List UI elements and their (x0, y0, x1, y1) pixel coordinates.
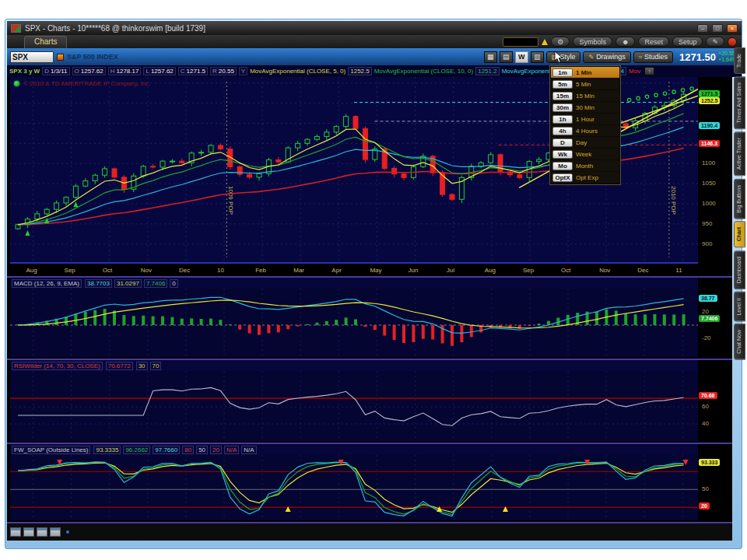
side-tab-trade[interactable]: Trade (734, 47, 745, 74)
timeframe-option-wk[interactable]: WkWeek (551, 149, 619, 159)
timeframe-button[interactable]: W (515, 51, 528, 63)
price-badge: 1190.4 (699, 122, 720, 129)
price-badge: 93.333 (699, 459, 720, 466)
timeframe-option-optx[interactable]: OptXOpt Exp (551, 172, 619, 183)
side-tab-level-ii[interactable]: Level II (734, 292, 745, 322)
macd-chart[interactable] (10, 289, 698, 357)
timeframe-option-label: Week (576, 151, 591, 158)
ohlc-field: R20.55 (210, 67, 237, 75)
edit-button[interactable]: ✎ (706, 37, 724, 47)
style-button[interactable]: ▧Style (546, 51, 581, 63)
side-tab-dashboard[interactable]: Dashboard (734, 250, 745, 289)
ohlc-field: H1278.17 (108, 67, 142, 75)
timeframe-option-1h[interactable]: 1h1 Hour (551, 114, 619, 124)
side-tab-chart[interactable]: Chart (734, 221, 745, 247)
layout-grid-icon[interactable] (10, 527, 21, 537)
ohlc-field: Y (239, 67, 247, 75)
drawings-button[interactable]: ✎Drawings (583, 51, 630, 63)
collapse-studies-button[interactable]: ↑ (644, 67, 654, 75)
time-axis[interactable]: AugSepOctNovDec10FebMarAprMayJunJulAugSe… (10, 262, 698, 276)
timeframe-option-mo[interactable]: MoMonth (551, 160, 619, 171)
symbol-input[interactable] (10, 51, 54, 63)
studies-icon: ≈ (639, 54, 642, 61)
timeframe-key: 4h (552, 127, 573, 135)
timeframe-option-4h[interactable]: 4h4 Hours (551, 125, 619, 136)
last-price: 1271.50 (679, 51, 716, 63)
menu-bar: Charts ⚙ Symbols ☻ Reset Setup ✎ (7, 35, 742, 48)
setup-button[interactable]: Setup (672, 37, 703, 47)
timeframe-key: 1m (552, 68, 573, 77)
layout-window-icon[interactable] (50, 527, 61, 537)
timeframe-option-5m[interactable]: 5m5 Min (551, 79, 619, 89)
timeframe-option-label: Day (576, 139, 587, 146)
quick-search-input[interactable] (503, 37, 538, 47)
rsi-chart[interactable] (10, 371, 698, 441)
month-label: May (370, 267, 381, 274)
layout-window-icon[interactable] (37, 527, 47, 537)
reset-button[interactable]: Reset (638, 37, 669, 47)
price-axis[interactable]: 1100105010009509001271.51252.51190.41146… (698, 77, 732, 262)
month-label: Sep (523, 267, 534, 274)
side-tab-times-and-sales[interactable]: Times And Sales (734, 76, 745, 129)
symbols-button[interactable]: Symbols (573, 37, 612, 47)
soap-title: FW_SOAP (Outside Lines) (12, 446, 90, 454)
side-tab-big-buttons[interactable]: Big Buttons (734, 179, 745, 219)
copyright-row: © 2010 & TD AMERITRADE IP Company, Inc. (13, 80, 150, 87)
pencil-icon: ✎ (588, 54, 594, 61)
side-tab-active-trader[interactable]: Active Trader (734, 131, 745, 176)
status-icon[interactable] (728, 37, 737, 47)
close-button[interactable]: × (727, 24, 738, 33)
symbol-toolbar: S&P 500 INDEX ▦ ▤ W ▥ ▧Style ✎Drawings ≈… (7, 48, 742, 65)
rsi-header: RSIWilder (14, 70, 30, CLOSE) 70.6772 30… (10, 360, 698, 371)
side-tab-chat-now[interactable]: Chat Now (734, 324, 745, 360)
field-value: 1/3/11 (51, 68, 68, 75)
timeframe-key: Wk (552, 150, 573, 159)
timeframe-option-1m[interactable]: 1m1 Min (551, 67, 619, 78)
price-badge: 7.7406 (699, 315, 720, 322)
maximize-button[interactable]: □ (712, 24, 723, 33)
pencil-icon: ✎ (712, 38, 718, 46)
month-label: Oct (561, 267, 570, 274)
month-label: Aug (26, 267, 37, 274)
tab-charts[interactable]: Charts (24, 36, 67, 48)
rsi-axis[interactable]: 604070.68 (698, 360, 732, 443)
axis-tick-label: 1100 (702, 159, 715, 166)
studies-button[interactable]: ≈Studies (633, 51, 673, 63)
chart-data-bar: SPX 3 y W D1/3/11O1257.62H1278.17L1257.6… (7, 65, 742, 77)
month-label: Dec (637, 267, 648, 274)
grid-view-icon[interactable]: ▦ (484, 51, 497, 63)
chart-type-icon[interactable]: ▥ (531, 51, 544, 63)
macd-value: 0 (170, 279, 177, 288)
macd-value: 38.7703 (85, 279, 112, 288)
soap-value: 97.7660 (153, 446, 180, 454)
timeframe-option-label: 1 Min (576, 69, 591, 76)
price-badge: 20 (699, 502, 710, 509)
warning-icon (542, 39, 548, 45)
month-label: 11 (675, 267, 682, 274)
month-label: Nov (141, 267, 152, 274)
rsi-level: 70 (150, 362, 162, 370)
timeframe-key: 1h (552, 115, 573, 124)
symbol-timeframe-label: SPX 3 y W (9, 68, 40, 75)
ohlc-fields: D1/3/11O1257.62H1278.17L1257.62C1271.5R2… (42, 67, 247, 75)
axis-tick-label: 1000 (702, 200, 716, 207)
person-icon: ☻ (622, 38, 629, 46)
macd-axis[interactable]: 20-2038.777.7406 (698, 278, 732, 359)
study-label: MovAvgExponential (CLOSE, 10, 0) (374, 68, 473, 75)
minimize-button[interactable]: – (697, 24, 708, 33)
timeframe-option-15m[interactable]: 15m15 Min (551, 90, 619, 101)
tools-button[interactable]: ⚙ (551, 37, 570, 47)
account-button[interactable]: ☻ (615, 37, 635, 47)
link-view-icon[interactable]: ▤ (500, 51, 513, 63)
soap-axis[interactable]: 5093.33320 (698, 444, 732, 522)
rsi-level: 30 (136, 362, 148, 370)
timeframe-option-d[interactable]: DDay (551, 137, 619, 148)
title-bar[interactable]: SPX - Charts - 10*****68 @ thinkorswim [… (7, 21, 742, 35)
rsi-title: RSIWilder (14, 70, 30, CLOSE) (12, 362, 103, 370)
symbol-flag-icon (57, 54, 64, 61)
layout-window-icon[interactable] (23, 527, 34, 537)
soap-chart[interactable] (10, 455, 698, 520)
macd-value: 31.0297 (114, 279, 142, 288)
timeframe-option-label: 30 Min (576, 104, 594, 111)
timeframe-option-30m[interactable]: 30m30 Min (551, 102, 619, 113)
